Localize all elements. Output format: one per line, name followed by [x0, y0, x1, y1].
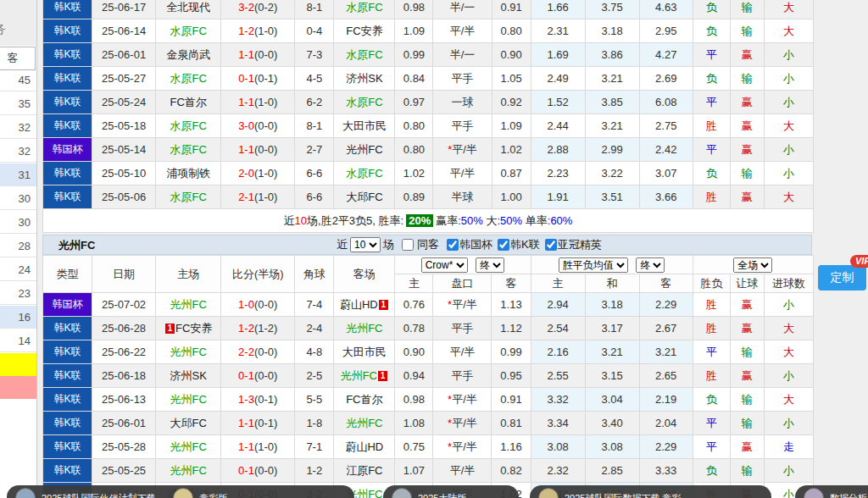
- wdl-result: 平: [693, 138, 730, 162]
- handicap-line: 半/一: [450, 1, 476, 14]
- league-checkbox-1[interactable]: [447, 239, 459, 251]
- corner-cell: 1-8: [295, 412, 334, 435]
- handicap-line: 平手: [452, 72, 474, 85]
- final-odds-select-2[interactable]: 终: [636, 257, 665, 273]
- score-cell: 1-2(1-2): [221, 317, 295, 340]
- euro-away-odds: 3.07: [639, 162, 693, 185]
- euro-away-odds: 3.21: [639, 340, 693, 364]
- left-panel-value: 32: [0, 140, 36, 163]
- team-name: 蔚山HD: [345, 440, 383, 453]
- euro-away-odds: 6.08: [639, 91, 693, 114]
- team-name: 水原FC: [346, 1, 382, 14]
- ah-result: 赢: [730, 138, 764, 162]
- euro-draw-odds: 3.51: [585, 185, 639, 209]
- wdl-result: 平: [693, 435, 730, 459]
- taskbar-item[interactable]: 2025球队国际伙伴计划下载竞彩版: [7, 485, 354, 498]
- wdl-result: 胜: [693, 114, 730, 138]
- red-card-badge: 1: [378, 371, 387, 381]
- ah-result: 输: [730, 388, 764, 412]
- league-badge: 韩K联: [43, 67, 92, 91]
- handicap-line: 平/半: [450, 464, 476, 477]
- col-type: 类型: [43, 256, 92, 293]
- score-cell: 2-1(1-0): [221, 185, 295, 209]
- handicap-cell: 平手: [433, 67, 492, 91]
- match-date: 25-05-14: [92, 138, 156, 162]
- goals-result: 小: [764, 412, 813, 435]
- handicap-cell: 平/半: [433, 162, 492, 185]
- match-row: 韩K联25-05-06水原FC2-1(1-0)6-6大邱FC0.89半球1.00…: [43, 185, 814, 209]
- match-row: 韩K联25-05-28光州FC1-1(1-0)7-1蔚山HD0.75*平/半1.…: [43, 435, 814, 459]
- match-count-select[interactable]: 10: [350, 237, 381, 252]
- euro-home-odds: 3.08: [531, 435, 585, 459]
- away-tab[interactable]: 客: [0, 47, 36, 70]
- ah-away-odds: 1.00: [492, 185, 531, 209]
- same-away-checkbox[interactable]: [402, 239, 414, 251]
- ah-home-odds: 1.02: [395, 162, 433, 185]
- match-row: 韩K联25-05-10浦项制铁2-0(1-0)6-6水原FC1.02平/半0.8…: [43, 162, 814, 185]
- customize-button[interactable]: 定制: [818, 265, 866, 290]
- handicap-cell: *平/半: [433, 138, 492, 162]
- team-name: 光州FC: [346, 417, 382, 429]
- home-team-cell: 水原FC: [156, 185, 221, 209]
- red-card-badge: 1: [165, 324, 175, 334]
- taskbar-item-label: 2025大陆版: [418, 492, 466, 498]
- col-wdl: 胜负: [693, 274, 730, 293]
- ah-home-odds: 1.09: [395, 19, 433, 43]
- league-badge: 韩K联: [43, 0, 92, 19]
- left-panel-value: 31: [0, 163, 36, 186]
- home-team-cell: 光州FC: [156, 435, 221, 459]
- taskbar-item-label: 2025球队国际数据下载 竞彩: [565, 492, 682, 498]
- goals-result: 小: [764, 459, 813, 483]
- bookmaker-select[interactable]: Crow*: [421, 257, 468, 273]
- euro-home-odds: 1.69: [531, 43, 585, 67]
- left-panel-value: 35: [0, 92, 36, 115]
- ah-result: 赢: [730, 91, 764, 114]
- avg-odds-select[interactable]: 胜平负均值: [559, 257, 628, 273]
- team-name: 全北现代: [166, 1, 210, 14]
- league-checkbox-2[interactable]: [498, 239, 509, 251]
- col-home: 主场: [156, 256, 221, 293]
- euro-draw-odds: 3.17: [585, 317, 639, 340]
- handicap-line: 平/半: [452, 143, 477, 156]
- score-cell: 1-0(0-0): [221, 293, 295, 317]
- ah-result: 输: [730, 459, 764, 483]
- match-row: 韩国杯25-07-02光州FC1-0(0-0)7-4蔚山HD10.76*平/半1…: [43, 293, 814, 317]
- away-team-cell: 大田市民: [334, 340, 395, 364]
- team-name: 水原FC: [346, 96, 382, 108]
- home-team-cell: 金泉尚武: [156, 43, 221, 67]
- handicap-cell: 半/一: [433, 0, 492, 19]
- ah-home-odds: 0.99: [395, 43, 433, 67]
- ah-home-odds: 0.89: [395, 185, 433, 209]
- score-cell: 1-1(1-0): [221, 435, 295, 459]
- taskbar-item[interactable]: 2025大陆版: [383, 485, 519, 498]
- league-badge: 韩国杯: [43, 138, 92, 162]
- ah-away-odds: 1.13: [492, 293, 531, 317]
- team-name: 光州FC: [170, 298, 206, 311]
- corner-cell: 7-1: [295, 435, 334, 459]
- league-checkbox-3[interactable]: [545, 239, 557, 251]
- scope-select[interactable]: 全场: [733, 257, 772, 273]
- full-time-score: 3-0: [238, 119, 254, 132]
- match-date: 25-05-28: [92, 435, 156, 459]
- home-team-cell: 光州FC: [156, 388, 221, 412]
- highlight-band-yellow: [0, 353, 36, 376]
- handicap-line: 一球: [452, 96, 474, 108]
- half-time-score: (0-1): [254, 72, 277, 85]
- euro-draw-odds: 3.15: [585, 364, 639, 388]
- handicap-line: 半球: [452, 191, 474, 203]
- taskbar-item-label: 2025球队国际伙伴计划下载: [42, 492, 155, 498]
- team-name: 大邱FC: [346, 191, 382, 203]
- euro-draw-odds: 3.85: [585, 91, 639, 114]
- taskbar-item[interactable]: 2025球队国际数据下载 竞彩: [530, 485, 771, 498]
- taskbar-item[interactable]: 数据分析: [795, 485, 868, 498]
- home-team-history-table: 韩K联25-06-17全北现代3-2(0-2)8-1水原FC0.98半/一0.9…: [42, 0, 814, 233]
- euro-draw-odds: 2.85: [585, 459, 639, 483]
- league-badge: 韩K联: [43, 435, 92, 459]
- corner-cell: 7-3: [295, 43, 334, 67]
- full-time-score: 1-1: [238, 440, 254, 453]
- handicap-group: Crow* 终: [395, 256, 531, 274]
- team-name: 光州FC: [170, 464, 206, 477]
- final-odds-select-1[interactable]: 终: [476, 257, 504, 273]
- summary-odd: 60%: [550, 214, 572, 227]
- team-name: 光州FC: [341, 369, 377, 382]
